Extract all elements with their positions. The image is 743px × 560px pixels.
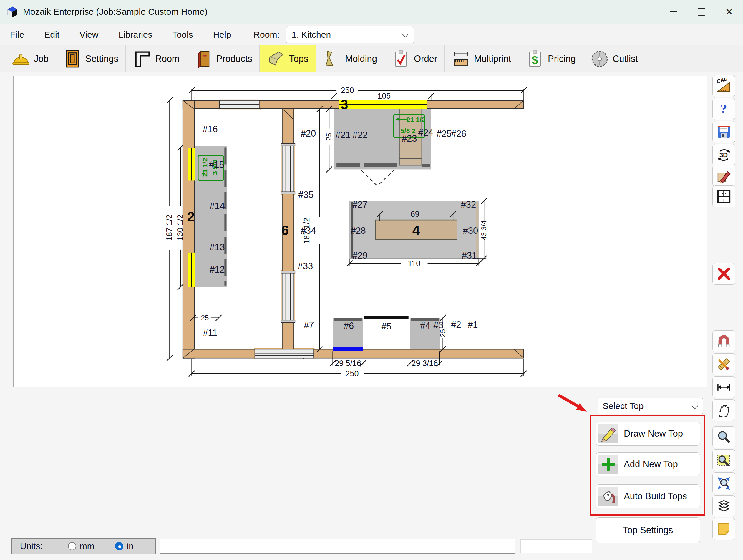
tab-tops[interactable]: Tops <box>260 45 315 73</box>
zoom-button[interactable] <box>712 426 735 448</box>
dim-bottom-seg-right: 29 3/16 <box>411 359 438 368</box>
selected-top-wall3[interactable] <box>339 100 427 109</box>
maximize-button[interactable] <box>688 0 715 24</box>
label-4: #4 <box>420 320 430 331</box>
units-panel: Units: mm in <box>11 538 156 554</box>
units-in-label: in <box>127 541 134 551</box>
label-31: #31 <box>462 250 477 261</box>
menu-edit[interactable]: Edit <box>34 24 70 45</box>
label-2: #2 <box>451 319 461 330</box>
add-new-top-label: Add New Top <box>624 459 678 470</box>
svg-text:$: $ <box>532 54 538 66</box>
select-top-dropdown[interactable]: Select Top <box>598 398 703 414</box>
dim-wall3-top: 105 <box>378 92 391 100</box>
tab-job[interactable]: Job <box>4 45 56 73</box>
dim-island-length: 110 <box>408 259 420 268</box>
floorplan-canvas[interactable]: 250 105 187 1/2 130 1/2 187 1/2 25 25 69… <box>13 76 707 387</box>
chevron-down-icon <box>402 31 408 37</box>
units-mm-radio[interactable] <box>68 542 76 550</box>
help-button[interactable]: ? <box>712 98 735 120</box>
main-toolbar: Job Settings Room Products Tops Molding … <box>0 45 743 73</box>
molding-profile-icon <box>323 49 342 69</box>
app-logo-icon <box>6 5 19 18</box>
menu-file[interactable]: File <box>0 24 34 45</box>
window-openings <box>220 100 313 358</box>
label-34: #34 <box>301 225 316 236</box>
ruler-icon <box>451 49 470 69</box>
snap-button[interactable] <box>712 330 735 352</box>
label-1: #1 <box>468 319 478 330</box>
dim-left-inner: 130 1/2 <box>176 214 184 241</box>
dimension-button[interactable] <box>712 376 735 398</box>
wall-number-4: 4 <box>412 223 420 238</box>
label-33: #33 <box>298 261 313 271</box>
tab-cutlist[interactable]: Cutlist <box>583 45 645 73</box>
label-24: #24 <box>418 128 434 138</box>
wall-corner-icon <box>133 49 151 69</box>
label-6: #6 <box>344 320 354 331</box>
wall-number-6: 6 <box>281 223 289 238</box>
draw-new-top-button[interactable]: Draw New Top <box>596 422 700 446</box>
width-dimension-icon <box>716 380 732 395</box>
label-22: #22 <box>352 130 368 140</box>
close-button[interactable]: × <box>715 0 743 24</box>
notes-button[interactable] <box>712 518 735 540</box>
units-label: Units: <box>20 541 43 551</box>
minimize-button[interactable] <box>660 0 688 24</box>
status-input-field[interactable] <box>160 539 515 554</box>
dim-bottom-seg-left: 29 5/16 <box>335 359 361 368</box>
tab-products[interactable]: Products <box>187 45 260 73</box>
magnifier-icon <box>716 430 732 445</box>
tab-pricing[interactable]: $ Pricing <box>518 45 583 73</box>
tab-settings[interactable]: Settings <box>56 45 126 73</box>
save-icon <box>716 124 732 139</box>
menu-help[interactable]: Help <box>203 24 242 45</box>
tab-molding[interactable]: Molding <box>316 45 385 73</box>
hardhat-icon <box>11 49 30 69</box>
cabinet-door-icon <box>63 49 82 69</box>
pencil-icon <box>599 424 618 443</box>
select-top-value: Select Top <box>603 401 644 411</box>
zoom-extents-icon <box>716 475 732 491</box>
svg-text:21 1/2: 21 1/2 <box>201 158 209 177</box>
selected-top-cabinet6[interactable] <box>333 347 363 351</box>
zoom-region-icon <box>716 453 732 468</box>
cabinet-layout-button[interactable] <box>712 185 735 207</box>
svg-text:?: ? <box>720 101 727 116</box>
dim-top-overall: 250 <box>341 86 354 95</box>
tab-multiprint[interactable]: Multiprint <box>444 45 518 73</box>
minimize-icon <box>670 11 678 12</box>
save-button[interactable] <box>712 121 735 143</box>
paint-bucket-icon <box>599 487 618 506</box>
auto-build-tops-button[interactable]: Auto Build Tops <box>596 484 700 509</box>
add-new-top-button[interactable]: Add New Top <box>596 452 700 476</box>
status-secondary-field <box>520 540 592 553</box>
pan-button[interactable] <box>712 399 735 421</box>
measure-edit-button[interactable] <box>712 353 735 375</box>
menu-tools[interactable]: Tools <box>163 24 203 45</box>
draw-edit-button[interactable] <box>712 165 735 187</box>
room-dropdown[interactable]: 1. Kitchen <box>286 26 414 43</box>
layers-button[interactable] <box>712 495 735 517</box>
menu-libraries[interactable]: Libraries <box>108 24 163 45</box>
label-13: #13 <box>210 242 225 252</box>
label-7: #7 <box>304 320 314 330</box>
label-20: #20 <box>301 128 316 139</box>
zoom-extents-button[interactable] <box>712 472 735 494</box>
tab-room[interactable]: Room <box>126 45 187 73</box>
rotate-3d-icon: 3D <box>716 147 732 163</box>
label-11: #11 <box>203 328 217 338</box>
tab-order[interactable]: Order <box>385 45 444 73</box>
units-in-radio[interactable] <box>115 542 123 550</box>
label-14: #14 <box>210 201 225 211</box>
zoom-window-button[interactable] <box>712 449 735 471</box>
mozaik-window: Mozaik Enterprise (Job:Sample Custom Hom… <box>0 0 743 560</box>
saw-blade-icon <box>590 49 609 69</box>
menu-view[interactable]: View <box>70 24 108 45</box>
cad-button[interactable]: CAD <box>712 75 735 97</box>
label-35: #35 <box>299 189 314 200</box>
delete-button[interactable] <box>712 263 735 285</box>
sticky-note-icon <box>716 521 732 537</box>
top-settings-button[interactable]: Top Settings <box>596 517 700 543</box>
view-3d-button[interactable]: 3D <box>712 144 735 166</box>
